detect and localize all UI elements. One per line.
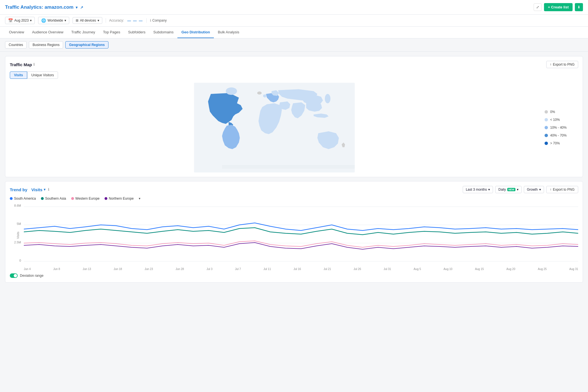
region-filter[interactable]: 🌐 Worldwide ▾: [38, 17, 69, 24]
legend-dot-3: [545, 134, 548, 137]
download-button[interactable]: ⬇: [575, 3, 583, 11]
new-badge: NEW: [507, 188, 515, 191]
header-left: Traffic Analytics: amazon.com ▾ ↗: [5, 4, 83, 10]
trend-title: Trend by Visits ▾ ℹ: [10, 187, 49, 192]
nav-tabs: Overview Audience Overview Traffic Journ…: [0, 27, 588, 38]
main-content: Traffic Map ℹ ↑ Export to PNG Visits Uni…: [0, 52, 588, 287]
world-map-svg: [10, 83, 539, 172]
series-dot-western-europe: [71, 197, 74, 200]
create-list-button[interactable]: + Create list: [544, 3, 573, 11]
series-southern-asia: Southern Asia: [41, 197, 66, 200]
series-legend: South America Southern Asia Western Euro…: [10, 197, 578, 200]
chart-container: 8.6M 5M 2.5M 0 Visits: [10, 204, 578, 271]
legend-item-0: 0%: [545, 110, 578, 114]
trend-controls: Last 3 months ▾ Daily NEW ▾ Growth ▾ ↑ E…: [463, 186, 578, 193]
trend-metric-dropdown-icon[interactable]: ▾: [44, 188, 45, 192]
info-icon: ℹ: [150, 19, 151, 22]
legend-dot-1: [545, 118, 548, 121]
devices-filter-label: All devices: [80, 19, 96, 22]
map-legend: 0% < 10% 10% - 40% 40% - 70% > 70%: [545, 110, 578, 145]
calendar-icon: 📅: [8, 18, 13, 23]
filters-bar: 📅 Aug 2023 ▾ 🌐 Worldwide ▾ ⊞ All devices…: [0, 15, 588, 27]
company-label: ℹ Company: [150, 19, 166, 22]
tab-audience-overview[interactable]: Audience Overview: [28, 27, 67, 38]
legend-item-2: 10% - 40%: [545, 126, 578, 130]
sub-tab-geographical-regions[interactable]: Geographical Regions: [65, 41, 108, 49]
devices-icon: ⊞: [76, 19, 78, 22]
sub-tab-business-regions[interactable]: Business Regions: [29, 41, 63, 49]
world-map: [10, 83, 539, 172]
filter-divider-2: [146, 18, 147, 23]
tab-overview[interactable]: Overview: [5, 27, 28, 38]
region-dropdown-icon: ▾: [64, 19, 66, 22]
tab-geo-distribution[interactable]: Geo Distribution: [177, 27, 214, 38]
expand-button[interactable]: ⤢: [534, 3, 542, 11]
map-container: 0% < 10% 10% - 40% 40% - 70% > 70%: [10, 83, 578, 172]
series-dot-southern-asia: [41, 197, 44, 200]
interval-select[interactable]: Daily NEW ▾: [495, 186, 522, 193]
sub-tab-bar: Countries Business Regions Geographical …: [0, 38, 588, 52]
devices-filter[interactable]: ⊞ All devices ▾: [73, 17, 102, 24]
toggle-knob: [14, 274, 17, 277]
legend-item-4: > 70%: [545, 141, 578, 145]
svg-point-3: [325, 94, 330, 103]
export-icon: ↑: [550, 63, 552, 66]
tab-subfolders[interactable]: Subfolders: [124, 27, 149, 38]
series-western-europe: Western Europe: [71, 197, 100, 200]
domain-dropdown-icon[interactable]: ▾: [76, 5, 78, 10]
growth-select[interactable]: Growth ▾: [524, 186, 544, 193]
trend-export-button[interactable]: ↑ Export to PNG: [546, 186, 578, 193]
traffic-map-export-button[interactable]: ↑ Export to PNG: [546, 61, 578, 68]
accuracy-value: — — —: [127, 19, 143, 23]
legend-item-1: < 10%: [545, 118, 578, 122]
globe-icon: 🌐: [41, 18, 46, 23]
time-range-dropdown-icon: ▾: [488, 188, 490, 192]
traffic-map-info-icon[interactable]: ℹ: [33, 63, 35, 66]
tab-subdomains[interactable]: Subdomains: [149, 27, 177, 38]
deviation-label: Deviation range: [20, 274, 43, 278]
page-title: Traffic Analytics: amazon.com ▾ ↗: [5, 4, 83, 10]
x-axis: Jun 4 Jun 8 Jun 13 Jun 18 Jun 23 Jun 28 …: [24, 268, 578, 271]
traffic-map-title: Traffic Map ℹ: [10, 62, 35, 67]
toggle-unique-visitors[interactable]: Unique Visitors: [27, 72, 58, 79]
external-link-icon[interactable]: ↗: [80, 5, 83, 10]
devices-dropdown-icon: ▾: [98, 19, 99, 22]
interval-dropdown-icon: ▾: [517, 188, 518, 192]
time-range-select[interactable]: Last 3 months ▾: [463, 186, 493, 193]
region-filter-label: Worldwide: [47, 19, 63, 22]
deviation-toggle[interactable]: [10, 273, 18, 278]
date-filter[interactable]: 📅 Aug 2023 ▾: [5, 17, 35, 24]
header-right: ⤢ + Create list ⬇: [534, 3, 583, 11]
trend-export-icon: ↑: [550, 188, 552, 192]
deviation-row: Deviation range: [10, 273, 578, 278]
filter-divider: [106, 18, 106, 23]
series-northern-europe: Northern Europe: [105, 197, 134, 200]
series-dot-northern-europe: [105, 197, 107, 200]
trend-header: Trend by Visits ▾ ℹ Last 3 months ▾ Dail…: [10, 186, 578, 193]
header: Traffic Analytics: amazon.com ▾ ↗ ⤢ + Cr…: [0, 0, 588, 15]
svg-point-2: [257, 91, 262, 94]
tab-top-pages[interactable]: Top Pages: [99, 27, 124, 38]
series-expand-button[interactable]: ▾: [139, 197, 140, 200]
date-filter-label: Aug 2023: [14, 19, 29, 22]
trend-card: Trend by Visits ▾ ℹ Last 3 months ▾ Dail…: [5, 181, 583, 283]
date-dropdown-icon: ▾: [30, 19, 32, 22]
trend-info-icon[interactable]: ℹ: [48, 188, 49, 192]
tab-bulk-analysis[interactable]: Bulk Analysis: [214, 27, 243, 38]
traffic-map-header: Traffic Map ℹ ↑ Export to PNG: [10, 61, 578, 68]
legend-dot-2: [545, 126, 548, 129]
accuracy-label: Accuracy:: [109, 19, 124, 22]
growth-dropdown-icon: ▾: [539, 188, 541, 192]
tab-traffic-journey[interactable]: Traffic Journey: [67, 27, 99, 38]
svg-point-1: [226, 87, 237, 95]
legend-dot-4: [545, 142, 548, 145]
legend-dot-0: [545, 110, 548, 114]
series-dot-south-america: [10, 197, 13, 200]
trend-metric: Visits: [31, 187, 43, 192]
series-south-america: South America: [10, 197, 36, 200]
legend-item-3: 40% - 70%: [545, 133, 578, 137]
map-toggles: Visits Unique Visitors: [10, 72, 578, 79]
sub-tab-countries[interactable]: Countries: [5, 41, 27, 49]
traffic-map-card: Traffic Map ℹ ↑ Export to PNG Visits Uni…: [5, 56, 583, 177]
toggle-visits[interactable]: Visits: [10, 72, 27, 79]
